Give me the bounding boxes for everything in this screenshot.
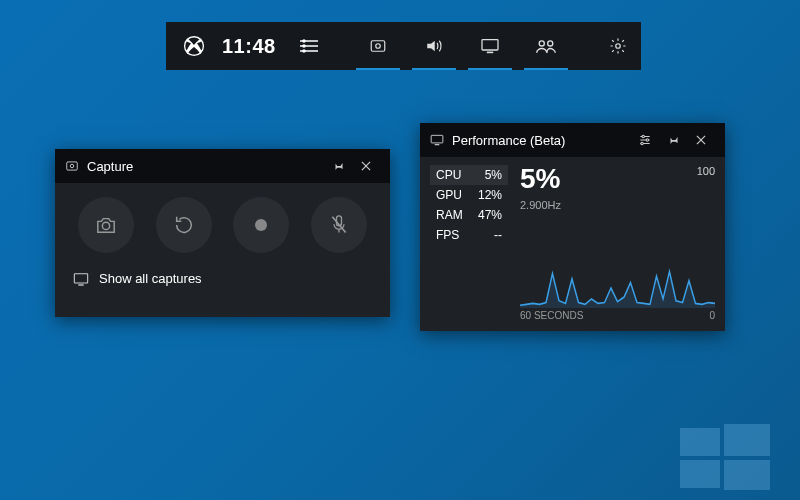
svg-point-33 xyxy=(641,142,643,144)
metric-fps[interactable]: FPS -- xyxy=(430,225,508,245)
performance-title: Performance (Beta) xyxy=(452,133,565,148)
record-last-icon xyxy=(173,214,195,236)
svg-marker-9 xyxy=(427,41,435,52)
metric-name: CPU xyxy=(436,168,461,182)
metric-ram[interactable]: RAM 47% xyxy=(430,205,508,225)
metrics-list: CPU 5% GPU 12% RAM 47% FPS -- xyxy=(430,165,508,321)
svg-point-8 xyxy=(375,44,380,49)
sliders-icon xyxy=(638,133,652,147)
metric-value: 12% xyxy=(478,188,502,202)
cpu-frequency: 2.900Hz xyxy=(520,199,561,211)
svg-point-20 xyxy=(255,219,267,231)
show-all-captures-link[interactable]: Show all captures xyxy=(55,261,390,296)
metric-value: 5% xyxy=(485,168,502,182)
gear-icon xyxy=(609,37,627,55)
settings-button[interactable] xyxy=(595,22,641,70)
clock: 11:48 xyxy=(222,35,276,58)
svg-rect-38 xyxy=(724,424,770,456)
close-icon xyxy=(694,133,708,147)
svg-point-6 xyxy=(303,50,305,52)
svg-rect-15 xyxy=(67,162,78,170)
capture-widget-icon xyxy=(369,37,387,55)
tab-capture[interactable] xyxy=(350,22,406,70)
record-last-button[interactable] xyxy=(156,197,212,253)
capture-titlebar: Capture xyxy=(55,149,390,183)
people-icon xyxy=(535,38,557,54)
performance-titlebar: Performance (Beta) xyxy=(420,123,725,157)
show-all-captures-label: Show all captures xyxy=(99,271,202,286)
pin-icon xyxy=(331,159,345,173)
svg-point-5 xyxy=(303,45,305,47)
screenshot-button[interactable] xyxy=(78,197,134,253)
big-percentage: 5% xyxy=(520,165,561,193)
cpu-chart xyxy=(520,217,715,308)
metric-name: RAM xyxy=(436,208,463,222)
xbox-logo-icon xyxy=(180,32,208,60)
svg-point-13 xyxy=(547,41,552,46)
speaker-icon xyxy=(424,37,444,55)
mic-off-icon xyxy=(329,214,349,236)
svg-rect-7 xyxy=(371,41,385,52)
mic-toggle-button[interactable] xyxy=(311,197,367,253)
performance-widget-icon xyxy=(480,38,500,54)
tab-performance[interactable] xyxy=(462,22,518,70)
perf-options-button[interactable] xyxy=(631,126,659,154)
x-axis-label: 60 SECONDS xyxy=(520,310,583,321)
capture-panel: Capture xyxy=(55,149,390,317)
svg-rect-25 xyxy=(78,284,83,285)
capture-title: Capture xyxy=(87,159,133,174)
metric-cpu[interactable]: CPU 5% xyxy=(430,165,508,185)
performance-chart-area: 5% 2.900Hz 100 60 SECONDS 0 xyxy=(520,165,715,321)
svg-point-31 xyxy=(642,135,644,137)
close-icon xyxy=(359,159,373,173)
topbar-tabs xyxy=(350,22,574,70)
y-min-label: 0 xyxy=(709,310,715,321)
metric-name: FPS xyxy=(436,228,459,242)
svg-point-19 xyxy=(102,222,109,229)
metric-value: -- xyxy=(494,228,502,242)
perf-close-button[interactable] xyxy=(687,126,715,154)
metric-value: 47% xyxy=(478,208,502,222)
metric-name: GPU xyxy=(436,188,462,202)
metric-gpu[interactable]: GPU 12% xyxy=(430,185,508,205)
capture-icon xyxy=(65,159,79,173)
start-recording-button[interactable] xyxy=(233,197,289,253)
camera-icon xyxy=(95,215,117,235)
widget-menu-button[interactable] xyxy=(290,22,328,70)
pin-button[interactable] xyxy=(324,152,352,180)
svg-rect-27 xyxy=(435,144,440,145)
game-bar-topbar: 11:48 xyxy=(166,22,641,70)
gallery-icon xyxy=(73,272,89,286)
record-icon xyxy=(253,217,269,233)
svg-point-14 xyxy=(616,44,621,49)
svg-point-4 xyxy=(303,40,305,42)
svg-rect-37 xyxy=(680,428,720,456)
close-button[interactable] xyxy=(352,152,380,180)
perf-pin-button[interactable] xyxy=(659,126,687,154)
svg-rect-40 xyxy=(724,460,770,490)
performance-panel: Performance (Beta) CPU 5% GPU 12 xyxy=(420,123,725,331)
y-max-label: 100 xyxy=(697,165,715,177)
monitor-icon xyxy=(430,134,444,146)
svg-point-32 xyxy=(646,139,648,141)
svg-point-16 xyxy=(70,164,74,168)
pin-icon xyxy=(666,133,680,147)
svg-rect-26 xyxy=(431,135,443,143)
svg-rect-10 xyxy=(482,40,498,50)
tab-audio[interactable] xyxy=(406,22,462,70)
tab-xbox-social[interactable] xyxy=(518,22,574,70)
svg-point-12 xyxy=(539,41,544,46)
capture-buttons-row xyxy=(55,183,390,261)
svg-rect-11 xyxy=(486,52,492,54)
windows-logo-watermark xyxy=(680,420,770,490)
svg-rect-24 xyxy=(74,273,87,282)
svg-rect-39 xyxy=(680,460,720,488)
